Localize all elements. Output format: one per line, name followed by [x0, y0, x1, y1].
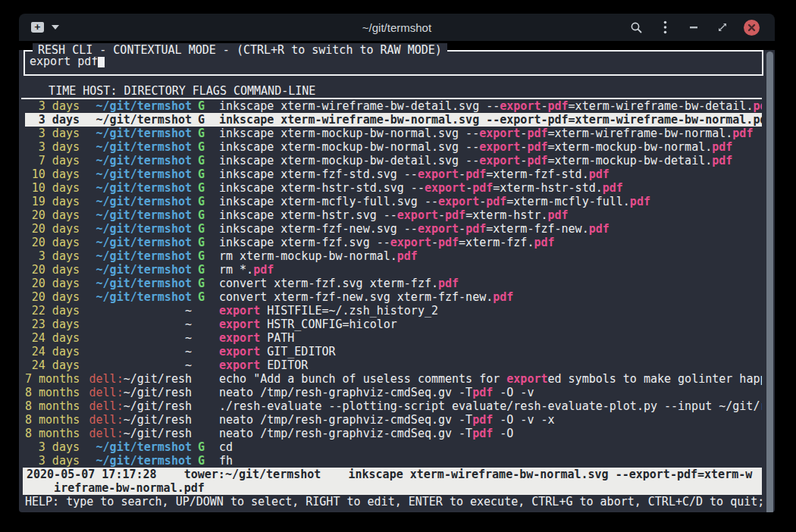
- history-row[interactable]: 8 monthsdell:~/git/reshneato /tmp/resh-g…: [25, 386, 762, 399]
- command-text: =xterm-fzf-new.: [486, 222, 588, 236]
- match-highlight: export: [390, 236, 431, 249]
- menu-button[interactable]: [650, 16, 679, 39]
- history-row[interactable]: 20 days~/git/termshotGinkscape xterm-fzf…: [25, 236, 762, 249]
- directory-cell: ~/git/termshot: [86, 140, 192, 154]
- new-tab-dropdown-button[interactable]: [52, 25, 59, 30]
- match-highlight: pdf: [712, 140, 732, 154]
- flags-cell: G: [198, 454, 208, 468]
- history-row[interactable]: 3 days~/git/termshotGinkscape xterm-mock…: [25, 127, 762, 140]
- directory-path: ~/git/termshot: [96, 113, 192, 127]
- command-text: EDITOR: [260, 358, 308, 372]
- time-cell: 20 days: [25, 290, 80, 304]
- flags-cell: [198, 386, 208, 399]
- search-button[interactable]: [622, 16, 650, 39]
- command-cell: export GIT_EDITOR: [219, 345, 762, 358]
- command-text: -: [431, 236, 438, 249]
- command-text: inkscape xterm-fzf.svg --: [219, 236, 390, 249]
- command-cell: inkscape xterm-mcfly-full.svg --export-p…: [219, 195, 762, 208]
- history-row[interactable]: 3 days~/git/termshotGfh: [25, 454, 762, 468]
- history-row[interactable]: 20 days~/git/termshotGrm *.pdf: [25, 263, 762, 277]
- history-row[interactable]: 3 days~/git/termshotGinkscape xterm-wire…: [25, 99, 762, 113]
- history-row[interactable]: 8 monthsdell:~/git/reshneato /tmp/resh-g…: [25, 427, 762, 440]
- new-tab-button[interactable]: +: [31, 22, 44, 33]
- command-cell: neato /tmp/resh-graphviz-cmdSeq.gv -Tpdf…: [219, 413, 762, 427]
- match-highlight: pdf: [589, 167, 610, 181]
- command-text: -O: [493, 427, 513, 440]
- scrollbar-thumb[interactable]: [766, 52, 773, 512]
- flags-cell: G: [198, 154, 208, 167]
- flags-cell: G: [198, 181, 208, 195]
- command-cell: inkscape xterm-mockup-bw-normal.svg --ex…: [219, 127, 762, 140]
- time-cell: 20 days: [25, 277, 80, 290]
- history-row[interactable]: 3 days~/git/termshotGrm xterm-mockup-bw-…: [25, 249, 762, 263]
- match-highlight: pdf: [603, 181, 623, 195]
- command-text: fh: [219, 454, 233, 468]
- history-row[interactable]: 8 monthsdell:~/git/reshneato /tmp/resh-g…: [25, 413, 762, 427]
- command-text: HISTFILE=~/.zsh_history_2: [260, 304, 438, 318]
- history-list: 3 days~/git/termshotGinkscape xterm-wire…: [25, 99, 762, 468]
- flags-cell: [198, 345, 208, 358]
- history-row[interactable]: 24 days~export GIT_EDITOR: [25, 345, 762, 358]
- flags-cell: G: [198, 113, 208, 127]
- restore-button[interactable]: [708, 16, 737, 39]
- match-highlight: pdf: [589, 222, 610, 236]
- history-row[interactable]: 7 monthsdell:~/git/reshecho "Add a bunch…: [25, 372, 762, 386]
- history-row[interactable]: 22 days~export HISTFILE=~/.zsh_history_2: [25, 304, 762, 318]
- history-row[interactable]: 7 days~/git/termshotGinkscape xterm-mock…: [25, 154, 762, 167]
- time-cell: 24 days: [25, 345, 80, 358]
- command-text: ./resh-evaluate --plotting-script evalua…: [219, 399, 762, 413]
- desktop-background: + ~/git/termshot: [0, 0, 796, 532]
- time-cell: 3 days: [25, 454, 80, 468]
- match-highlight: pdf: [253, 263, 274, 277]
- command-cell: inkscape xterm-fzf-new.svg --export-pdf=…: [219, 222, 762, 236]
- command-text: -: [438, 208, 445, 222]
- flags-cell: [198, 358, 208, 372]
- command-text: -O -v -x: [493, 413, 554, 427]
- flags-cell: [198, 331, 208, 345]
- directory-path: ~/git/termshot: [96, 236, 192, 249]
- close-icon: [747, 23, 756, 32]
- history-row[interactable]: 20 days~/git/termshotGinkscape xterm-hst…: [25, 208, 762, 222]
- scrollbar[interactable]: [766, 52, 773, 512]
- command-cell: inkscape xterm-mockup-bw-normal.svg --ex…: [219, 140, 762, 154]
- command-cell: export EDITOR: [219, 358, 762, 372]
- command-text: -: [459, 222, 465, 236]
- search-box[interactable]: RESH CLI - CONTEXTUAL MODE - (CTRL+R to …: [24, 50, 763, 76]
- directory-cell: ~/git/termshot: [86, 454, 192, 468]
- directory-path: ~: [185, 345, 192, 358]
- history-row[interactable]: 23 days~export HSTR_CONFIG=hicolor: [25, 318, 762, 331]
- time-cell: 20 days: [25, 263, 80, 277]
- history-row[interactable]: 10 days~/git/termshotGinkscape xterm-hst…: [25, 181, 762, 195]
- time-cell: 8 months: [25, 413, 80, 427]
- time-cell: 3 days: [25, 440, 80, 454]
- directory-cell: ~/git/termshot: [86, 236, 192, 249]
- command-text: convert xterm-fzf-new.svg xterm-fzf-new.: [219, 290, 493, 304]
- minimize-button[interactable]: [679, 16, 708, 39]
- history-row[interactable]: 3 days~/git/termshotGinkscape xterm-wire…: [25, 113, 762, 127]
- directory-path: ~/git/termshot: [96, 277, 192, 290]
- directory-cell: ~/git/termshot: [86, 127, 192, 140]
- history-row[interactable]: 3 days~/git/termshotGcd: [25, 440, 762, 454]
- command-text: inkscape xterm-hstr-std.svg --: [219, 181, 425, 195]
- history-row[interactable]: 10 days~/git/termshotGinkscape xterm-fzf…: [25, 167, 762, 181]
- history-row[interactable]: 3 days~/git/termshotGinkscape xterm-mock…: [25, 140, 762, 154]
- history-row[interactable]: 20 days~/git/termshotGinkscape xterm-fzf…: [25, 222, 762, 236]
- match-highlight: pdf: [527, 127, 547, 140]
- host-label: dell:: [89, 386, 124, 399]
- history-row[interactable]: 19 days~/git/termshotGinkscape xterm-mcf…: [25, 195, 762, 208]
- command-text: inkscape xterm-wireframe-bw-normal.svg -…: [219, 113, 762, 127]
- history-row[interactable]: 8 monthsdell:~/git/resh./resh-evaluate -…: [25, 399, 762, 413]
- close-button[interactable]: [737, 16, 766, 39]
- flags-cell: G: [198, 263, 208, 277]
- command-cell: inkscape xterm-hstr.svg --export-pdf=xte…: [219, 208, 762, 222]
- directory-cell: dell:~/git/resh: [86, 413, 192, 427]
- history-row[interactable]: 20 days~/git/termshotGconvert xterm-fzf-…: [25, 290, 762, 304]
- command-text: =xterm-hstr.: [465, 208, 547, 222]
- history-row[interactable]: 20 days~/git/termshotGconvert xterm-fzf.…: [25, 277, 762, 290]
- directory-path: ~/git/termshot: [96, 127, 192, 140]
- new-tab-icon: +: [31, 22, 44, 33]
- command-text: inkscape xterm-wireframe-bw-detail.svg -…: [219, 99, 500, 113]
- history-row[interactable]: 24 days~export PATH: [25, 331, 762, 345]
- history-row[interactable]: 24 days~export EDITOR: [25, 358, 762, 372]
- time-cell: 3 days: [25, 249, 80, 263]
